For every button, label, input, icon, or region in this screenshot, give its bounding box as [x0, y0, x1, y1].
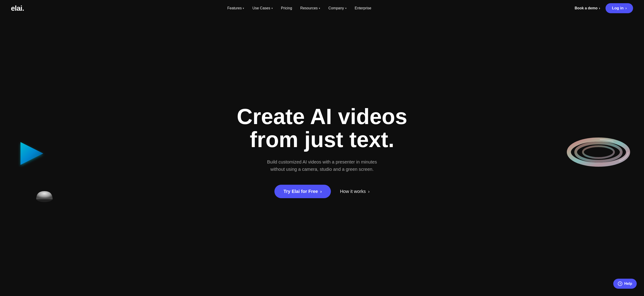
svg-point-2: [569, 139, 628, 165]
hero-title: Create AI videos from just text.: [237, 105, 408, 151]
help-button[interactable]: ? Help: [613, 279, 637, 289]
decorative-triangle: [18, 140, 46, 167]
arrow-right-icon: ›: [599, 6, 600, 10]
chevron-down-icon: ▾: [243, 7, 244, 10]
decorative-ring: [566, 134, 630, 170]
arrow-right-icon: ›: [625, 6, 627, 11]
svg-marker-0: [20, 142, 43, 165]
nav-actions: Book a demo › Log in ›: [575, 3, 633, 13]
hero-section: Create AI videos from just text. Build c…: [0, 17, 644, 296]
help-icon: ?: [618, 281, 622, 286]
svg-point-1: [36, 196, 52, 202]
nav-item-pricing[interactable]: Pricing: [281, 6, 292, 10]
logo[interactable]: elai.: [11, 4, 24, 13]
svg-point-3: [576, 143, 621, 161]
svg-point-5: [569, 139, 628, 165]
arrow-right-icon: ›: [320, 189, 322, 194]
decorative-dome: [35, 190, 54, 203]
hero-subtitle: Build customized AI videos with a presen…: [260, 158, 384, 173]
chevron-down-icon: ▾: [319, 7, 320, 10]
nav-item-features[interactable]: Features ▾: [227, 6, 244, 10]
nav-item-use-cases[interactable]: Use Cases ▾: [252, 6, 272, 10]
nav-item-enterprise[interactable]: Enterprise: [355, 6, 372, 10]
navbar: elai. Features ▾ Use Cases ▾ Pricing Res…: [0, 0, 644, 17]
nav-item-resources[interactable]: Resources ▾: [300, 6, 320, 10]
login-button[interactable]: Log in ›: [606, 3, 633, 13]
book-demo-link[interactable]: Book a demo ›: [575, 6, 600, 10]
arrow-right-icon: ›: [368, 189, 370, 194]
svg-point-4: [583, 146, 614, 158]
nav-item-company[interactable]: Company ▾: [328, 6, 346, 10]
try-free-button[interactable]: Try Elai for Free ›: [274, 185, 331, 198]
chevron-down-icon: ▾: [272, 7, 273, 10]
chevron-down-icon: ▾: [345, 7, 346, 10]
how-it-works-link[interactable]: How it works ›: [340, 189, 370, 194]
hero-cta-group: Try Elai for Free › How it works ›: [274, 185, 370, 198]
nav-links: Features ▾ Use Cases ▾ Pricing Resources…: [227, 6, 371, 10]
